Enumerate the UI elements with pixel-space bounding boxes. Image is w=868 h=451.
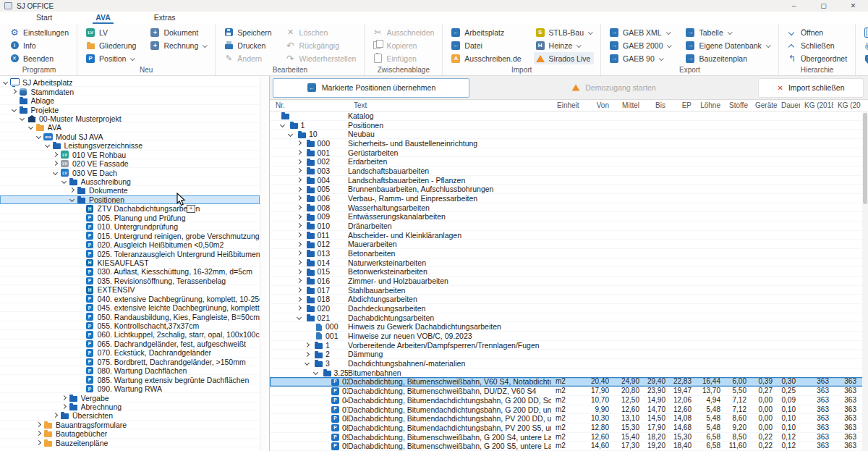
table-row-085-dachabdichtung-bitumendachdichtungsbahn-pv-200-s5-untere-lage[interactable]: P085 Dachabdichtung, Bitumendachdichtung…: [270, 423, 868, 433]
expander-down-icon[interactable]: [12, 107, 17, 113]
tree-item-projekte[interactable]: Projekte: [0, 105, 260, 114]
tree-item-050-randausbildung-kies-fangleiste-b-50cm[interactable]: P050. Randausbildung, Kies, Fangleiste, …: [0, 312, 260, 321]
expander-right-icon[interactable]: [297, 250, 302, 256]
ribbon-item-faq[interactable]: ?FAQ: [862, 52, 868, 64]
ribbon-item-rückgängig[interactable]: ↶Rückgängig: [284, 39, 358, 51]
ribbon-item-wiederherstellen[interactable]: ↷Wiederherstellen: [284, 52, 358, 64]
tree-item-abrechnung[interactable]: Abrechnung: [0, 402, 260, 411]
tree-item-040-extensive-dachbegrünung-komplett-10-25cm-100-300k[interactable]: P040. extensive Dachbegrünung, komplett,…: [0, 295, 260, 303]
ribbon-item-übergeordnet[interactable]: ↰Übergeordnet: [786, 52, 848, 64]
tree-item-ztv-dachabdichtungsarbeiten[interactable]: HZTV Dachabdichtungsarbeiten: [0, 204, 260, 213]
table-row-040-dachabdichtung-bitumendachdichtungsbahn-g-200-dd-schalung[interactable]: P040 Dachabdichtung, Bitumendachdichtung…: [270, 396, 868, 405]
table-row-2-dämmung[interactable]: 2 Dämmung: [270, 350, 868, 359]
ribbon-item-gliederung[interactable]: Gliederung: [84, 39, 137, 51]
table-row-010-dränarbeiten[interactable]: 010 Dränarbeiten: [270, 222, 868, 231]
expander-right-icon[interactable]: [53, 161, 59, 167]
expander-right-icon[interactable]: [305, 342, 310, 348]
ribbon-item-bauzeitenplan[interactable]: →Bauzeitenplan: [684, 52, 771, 64]
expander-right-icon[interactable]: [36, 431, 42, 437]
ribbon-item-handbücher[interactable]: Handbücher: [862, 26, 868, 38]
ribbon-item-gaeb-90[interactable]: →GAEB 90: [608, 52, 673, 64]
tree-item-bauzeitenpläne[interactable]: Bauzeitenpläne: [0, 439, 260, 447]
table-row-katalog[interactable]: Katalog: [270, 111, 868, 121]
table-row-009-entwässerungskanalarbeiten[interactable]: 009 Entwässerungskanalarbeiten: [270, 212, 868, 222]
column-header-bis[interactable]: Bis: [644, 101, 670, 109]
ribbon-item-lv[interactable]: LVLV: [84, 26, 137, 38]
tree-item-035-revisionsöffnung-terassenbelag[interactable]: P035. Revisionsöffnung, Terassenbelag: [0, 277, 260, 285]
ribbon-item-heinze[interactable]: HHeinze: [534, 39, 594, 51]
expander-right-icon[interactable]: [297, 305, 302, 311]
column-header-dauer[interactable]: Dauer: [777, 101, 800, 109]
table-scrollbar-thumb[interactable]: [863, 113, 867, 204]
expander-right-icon[interactable]: [297, 168, 302, 174]
tree-item-060-lichtkuppel-2schalig-starr-opal-100x100cm[interactable]: P060. Lichtkuppel, 2schalig, starr, opal…: [0, 330, 260, 339]
table-row-070-dachabdichtung-bitumendachdichtungsbahn-g-200-dd-untere-lage[interactable]: P070 Dachabdichtung, Bitumendachdichtung…: [270, 405, 868, 415]
ribbon-item-dokument[interactable]: +Dokument: [148, 26, 208, 38]
tree-item-055-kontrollschacht-37x37cm[interactable]: P055. Kontrollschacht,37x37cm: [0, 321, 260, 330]
ribbon-item-beenden[interactable]: ✕Beenden: [8, 52, 70, 64]
expander-right-icon[interactable]: [297, 260, 302, 266]
table-row-006-verbau-ramm-und-einpressarbeiten[interactable]: 006 Verbau-, Ramm- und Einpressarbeiten: [270, 194, 868, 203]
tree-item-positionen[interactable]: Positionen: [0, 195, 260, 204]
column-header-geräte[interactable]: Geräte: [751, 101, 777, 109]
expander-right-icon[interactable]: [297, 140, 302, 146]
table-row-095-dachabdichtung-bitumenschweißbahn-g-200-s5-untere-lage[interactable]: P095 Dachabdichtung, Bitumenschweißbahn,…: [270, 442, 868, 451]
table-row-017-stahlbauarbeiten[interactable]: 017 Stahlbauarbeiten: [270, 286, 868, 295]
ribbon-item-ändern[interactable]: ✎Ändern: [222, 52, 273, 64]
column-header-mittel[interactable]: Mittel: [613, 101, 644, 109]
close-button[interactable]: ✕: [838, 0, 868, 12]
table-row-018-abdichtungsarbeiten[interactable]: 018 Abdichtungsarbeiten: [270, 295, 868, 304]
ribbon-item-öffnen[interactable]: Öffnen: [786, 26, 848, 38]
ribbon-item-info[interactable]: iInfo: [8, 39, 70, 51]
table-row-3-25-bitumenbahnen[interactable]: 3.25 Bitumenbahnen: [270, 368, 868, 378]
ribbon-item-speichern[interactable]: Speichern: [222, 26, 273, 38]
expander-right-icon[interactable]: [53, 413, 59, 418]
expander-down-icon[interactable]: [36, 134, 42, 140]
close-import-button[interactable]: ✕ Import schließen: [758, 78, 864, 98]
table-row-003-landschaftsbauarbeiten[interactable]: 003 Landschaftsbauarbeiten: [270, 167, 868, 176]
tab-start[interactable]: Start: [33, 12, 55, 23]
start-demo-button[interactable]: Demozugang starten: [469, 78, 758, 98]
table-row-012-mauerarbeiten[interactable]: 012 Mauerarbeiten: [270, 240, 868, 249]
apply-selected-positions-button[interactable]: ← Markierte Positionen übernehmen: [273, 78, 469, 98]
ribbon-item-schließen[interactable]: Schließen: [786, 39, 848, 51]
expander-down-icon[interactable]: [3, 80, 9, 85]
column-header-text[interactable]: Text: [348, 101, 551, 109]
expander-down-icon[interactable]: [28, 125, 34, 130]
expander-down-icon[interactable]: [53, 170, 59, 176]
expander-right-icon[interactable]: [53, 152, 59, 158]
tree-item-stammdaten[interactable]: Stammdaten: [0, 87, 260, 96]
column-header-stoffe[interactable]: Stoffe: [725, 101, 751, 109]
tree-item-020-ve-fassade[interactable]: LV020 VE Fassade: [0, 159, 260, 168]
expander-right-icon[interactable]: [297, 269, 302, 275]
tree-item-015-untergrund-reinigen-grobe-verschmutzung[interactable]: P015. Untergrund reinigen, grobe Verschm…: [0, 231, 260, 240]
ribbon-item-drucken[interactable]: Drucken: [222, 39, 273, 51]
expander-right-icon[interactable]: [297, 205, 302, 211]
tree-item-modul-sj-ava[interactable]: avaModul SJ AVA: [0, 132, 260, 141]
tree-item-075-bordbrett-dachrandgeländer-150mm[interactable]: P075. Bordbrett, Dachrandgeländer, >150m…: [0, 358, 260, 366]
ribbon-item-ausschreiben-de[interactable]: AAusschreiben.de: [449, 52, 522, 64]
ribbon-item-einstellungen[interactable]: ⚙Einstellungen: [8, 26, 70, 38]
table-row-002-erdarbeiten[interactable]: 002 Erdarbeiten: [270, 157, 868, 167]
expander-down-icon[interactable]: [45, 143, 51, 148]
ribbon-item-eigene-datenbank[interactable]: →Eigene Datenbank: [684, 39, 771, 51]
column-header-von[interactable]: Von: [582, 101, 613, 109]
table-row-080-dachabdichtung-bitumendachdichtungsbahn-pv-200-dd-untere-lage[interactable]: P080 Dachabdichtung, Bitumendachdichtung…: [270, 414, 868, 423]
table-row-013-betonarbeiten[interactable]: 013 Betonarbeiten: [270, 249, 868, 258]
expander-right-icon[interactable]: [61, 404, 67, 410]
tree-item-005-planung-und-prüfung[interactable]: P005. Planung und Prüfung: [0, 214, 260, 222]
tree-item-090-wartung-rwa[interactable]: P090. Wartung RWA: [0, 384, 260, 393]
expander-right-icon[interactable]: [297, 150, 302, 156]
tab-extras[interactable]: Extras: [151, 12, 179, 23]
ribbon-item-gaeb-2000[interactable]: →GAEB 2000: [608, 39, 673, 51]
tree-scrollbar-track[interactable]: [260, 76, 269, 451]
tree-item-045-extensive-leichte-dachbegrünung-komplett-5cm-50kg-m2[interactable]: P045. extensive leichte Dachbegrünung, k…: [0, 303, 260, 312]
column-header-kg-2008[interactable]: KG (2008): [833, 101, 861, 109]
tree-item-010-ve-rohbau[interactable]: LV010 VE Rohbau: [0, 151, 260, 159]
tree-item-00-muster-musterprojekt[interactable]: 00-Muster Musterprojekt: [0, 114, 260, 123]
tree-item-030-auflast-kiesschüttung-16-32mm-d-5cm[interactable]: P030. Auflast, Kiesschüttung, 16-32mm, d…: [0, 267, 260, 276]
ribbon-item-einfügen[interactable]: Einfügen: [371, 52, 435, 64]
expander-right-icon[interactable]: [297, 278, 302, 284]
expander-right-icon[interactable]: [12, 89, 17, 95]
table-row-10-neubau[interactable]: 10 Neubau: [270, 130, 868, 139]
